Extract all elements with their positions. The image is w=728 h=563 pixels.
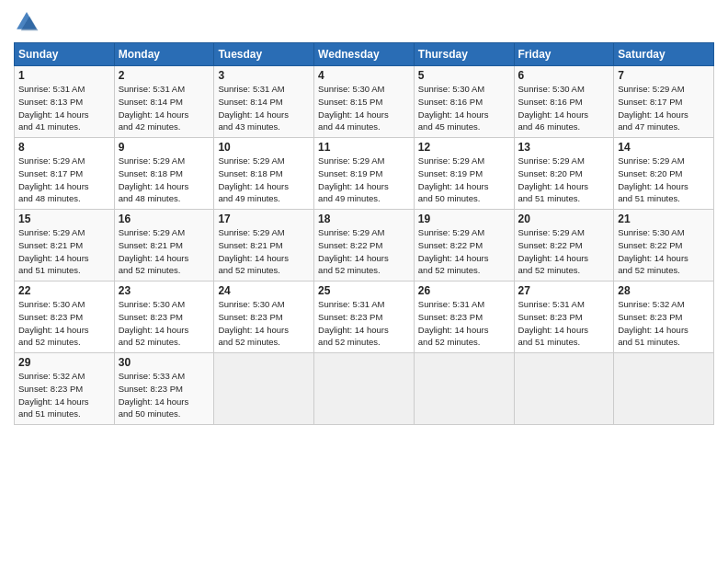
calendar-cell xyxy=(214,353,314,425)
day-header-wednesday: Wednesday xyxy=(314,43,415,66)
day-number: 27 xyxy=(518,284,610,297)
cell-content: Sunrise: 5:29 AMSunset: 8:22 PMDaylight:… xyxy=(418,226,510,277)
cell-content: Sunrise: 5:30 AMSunset: 8:16 PMDaylight:… xyxy=(418,83,510,133)
day-header-saturday: Saturday xyxy=(614,43,714,66)
calendar-cell: 27Sunrise: 5:31 AMSunset: 8:23 PMDayligh… xyxy=(514,282,614,353)
calendar-cell xyxy=(314,353,415,425)
day-number: 16 xyxy=(119,213,210,225)
cell-content: Sunrise: 5:29 AMSunset: 8:20 PMDaylight:… xyxy=(618,155,710,205)
day-number: 3 xyxy=(218,69,310,82)
calendar-cell: 13Sunrise: 5:29 AMSunset: 8:20 PMDayligh… xyxy=(514,138,614,210)
day-number: 24 xyxy=(218,284,310,297)
day-number: 6 xyxy=(518,69,610,82)
calendar-cell: 12Sunrise: 5:29 AMSunset: 8:19 PMDayligh… xyxy=(414,138,514,210)
day-number: 15 xyxy=(18,213,110,225)
day-number: 18 xyxy=(318,213,410,225)
day-header-monday: Monday xyxy=(114,43,214,66)
cell-content: Sunrise: 5:30 AMSunset: 8:16 PMDaylight:… xyxy=(518,83,610,133)
cell-content: Sunrise: 5:30 AMSunset: 8:23 PMDaylight:… xyxy=(119,298,210,349)
week-row-5: 29Sunrise: 5:32 AMSunset: 8:23 PMDayligh… xyxy=(15,353,714,425)
calendar-cell: 5Sunrise: 5:30 AMSunset: 8:16 PMDaylight… xyxy=(414,66,514,138)
cell-content: Sunrise: 5:32 AMSunset: 8:23 PMDaylight:… xyxy=(618,298,710,349)
calendar-cell: 30Sunrise: 5:33 AMSunset: 8:23 PMDayligh… xyxy=(114,353,214,425)
calendar-cell: 6Sunrise: 5:30 AMSunset: 8:16 PMDaylight… xyxy=(514,66,614,138)
calendar-cell: 22Sunrise: 5:30 AMSunset: 8:23 PMDayligh… xyxy=(15,282,115,353)
calendar-cell: 23Sunrise: 5:30 AMSunset: 8:23 PMDayligh… xyxy=(114,282,214,353)
calendar-cell: 7Sunrise: 5:29 AMSunset: 8:17 PMDaylight… xyxy=(614,66,714,138)
calendar-cell: 4Sunrise: 5:30 AMSunset: 8:15 PMDaylight… xyxy=(314,66,415,138)
calendar-cell: 9Sunrise: 5:29 AMSunset: 8:18 PMDaylight… xyxy=(114,138,214,210)
header-row: SundayMondayTuesdayWednesdayThursdayFrid… xyxy=(15,43,714,66)
day-number: 30 xyxy=(119,356,210,369)
day-number: 5 xyxy=(418,69,510,82)
day-number: 21 xyxy=(618,213,710,225)
cell-content: Sunrise: 5:29 AMSunset: 8:18 PMDaylight:… xyxy=(218,155,310,205)
day-number: 14 xyxy=(618,141,710,154)
calendar-cell: 11Sunrise: 5:29 AMSunset: 8:19 PMDayligh… xyxy=(314,138,415,210)
cell-content: Sunrise: 5:29 AMSunset: 8:19 PMDaylight:… xyxy=(418,155,510,205)
day-number: 26 xyxy=(418,284,510,297)
day-number: 4 xyxy=(318,69,410,82)
calendar-cell: 29Sunrise: 5:32 AMSunset: 8:23 PMDayligh… xyxy=(15,353,115,425)
calendar-cell: 1Sunrise: 5:31 AMSunset: 8:13 PMDaylight… xyxy=(15,66,115,138)
cell-content: Sunrise: 5:29 AMSunset: 8:20 PMDaylight:… xyxy=(518,155,610,205)
day-number: 8 xyxy=(18,141,110,154)
calendar-table: SundayMondayTuesdayWednesdayThursdayFrid… xyxy=(14,42,714,425)
cell-content: Sunrise: 5:31 AMSunset: 8:14 PMDaylight:… xyxy=(119,83,210,133)
cell-content: Sunrise: 5:31 AMSunset: 8:14 PMDaylight:… xyxy=(218,83,310,133)
cell-content: Sunrise: 5:29 AMSunset: 8:17 PMDaylight:… xyxy=(618,83,710,133)
day-number: 13 xyxy=(518,141,610,154)
calendar-cell: 25Sunrise: 5:31 AMSunset: 8:23 PMDayligh… xyxy=(314,282,415,353)
header xyxy=(14,9,714,35)
cell-content: Sunrise: 5:32 AMSunset: 8:23 PMDaylight:… xyxy=(18,370,110,420)
calendar-cell: 14Sunrise: 5:29 AMSunset: 8:20 PMDayligh… xyxy=(614,138,714,210)
week-row-3: 15Sunrise: 5:29 AMSunset: 8:21 PMDayligh… xyxy=(15,210,714,282)
day-number: 20 xyxy=(518,213,610,225)
day-number: 25 xyxy=(318,284,410,297)
cell-content: Sunrise: 5:29 AMSunset: 8:17 PMDaylight:… xyxy=(18,155,110,205)
day-header-tuesday: Tuesday xyxy=(214,43,314,66)
day-number: 22 xyxy=(18,284,110,297)
day-number: 9 xyxy=(119,141,210,154)
calendar-cell: 8Sunrise: 5:29 AMSunset: 8:17 PMDaylight… xyxy=(15,138,115,210)
day-number: 1 xyxy=(18,69,110,82)
week-row-4: 22Sunrise: 5:30 AMSunset: 8:23 PMDayligh… xyxy=(15,282,714,353)
logo xyxy=(14,9,43,35)
calendar-cell: 26Sunrise: 5:31 AMSunset: 8:23 PMDayligh… xyxy=(414,282,514,353)
cell-content: Sunrise: 5:29 AMSunset: 8:22 PMDaylight:… xyxy=(318,226,410,277)
day-header-friday: Friday xyxy=(514,43,614,66)
cell-content: Sunrise: 5:29 AMSunset: 8:19 PMDaylight:… xyxy=(318,155,410,205)
day-number: 23 xyxy=(119,284,210,297)
calendar-cell: 2Sunrise: 5:31 AMSunset: 8:14 PMDaylight… xyxy=(114,66,214,138)
page: SundayMondayTuesdayWednesdayThursdayFrid… xyxy=(0,0,728,563)
cell-content: Sunrise: 5:33 AMSunset: 8:23 PMDaylight:… xyxy=(119,370,210,420)
calendar-cell: 3Sunrise: 5:31 AMSunset: 8:14 PMDaylight… xyxy=(214,66,314,138)
day-number: 28 xyxy=(618,284,710,297)
logo-icon xyxy=(14,9,40,35)
cell-content: Sunrise: 5:31 AMSunset: 8:13 PMDaylight:… xyxy=(18,83,110,133)
cell-content: Sunrise: 5:30 AMSunset: 8:15 PMDaylight:… xyxy=(318,83,410,133)
calendar-cell: 20Sunrise: 5:29 AMSunset: 8:22 PMDayligh… xyxy=(514,210,614,282)
cell-content: Sunrise: 5:30 AMSunset: 8:23 PMDaylight:… xyxy=(218,298,310,349)
cell-content: Sunrise: 5:29 AMSunset: 8:18 PMDaylight:… xyxy=(119,155,210,205)
calendar-cell: 10Sunrise: 5:29 AMSunset: 8:18 PMDayligh… xyxy=(214,138,314,210)
calendar-cell: 18Sunrise: 5:29 AMSunset: 8:22 PMDayligh… xyxy=(314,210,415,282)
day-number: 29 xyxy=(18,356,110,369)
calendar-cell xyxy=(514,353,614,425)
cell-content: Sunrise: 5:29 AMSunset: 8:21 PMDaylight:… xyxy=(119,226,210,277)
calendar-cell: 19Sunrise: 5:29 AMSunset: 8:22 PMDayligh… xyxy=(414,210,514,282)
day-header-thursday: Thursday xyxy=(414,43,514,66)
day-number: 10 xyxy=(218,141,310,154)
cell-content: Sunrise: 5:31 AMSunset: 8:23 PMDaylight:… xyxy=(318,298,410,349)
calendar-cell: 28Sunrise: 5:32 AMSunset: 8:23 PMDayligh… xyxy=(614,282,714,353)
day-number: 7 xyxy=(618,69,710,82)
calendar-cell xyxy=(614,353,714,425)
calendar-cell: 24Sunrise: 5:30 AMSunset: 8:23 PMDayligh… xyxy=(214,282,314,353)
cell-content: Sunrise: 5:29 AMSunset: 8:22 PMDaylight:… xyxy=(518,226,610,277)
calendar-cell: 15Sunrise: 5:29 AMSunset: 8:21 PMDayligh… xyxy=(15,210,115,282)
day-number: 19 xyxy=(418,213,510,225)
calendar-cell xyxy=(414,353,514,425)
calendar-cell: 17Sunrise: 5:29 AMSunset: 8:21 PMDayligh… xyxy=(214,210,314,282)
day-number: 11 xyxy=(318,141,410,154)
day-number: 12 xyxy=(418,141,510,154)
